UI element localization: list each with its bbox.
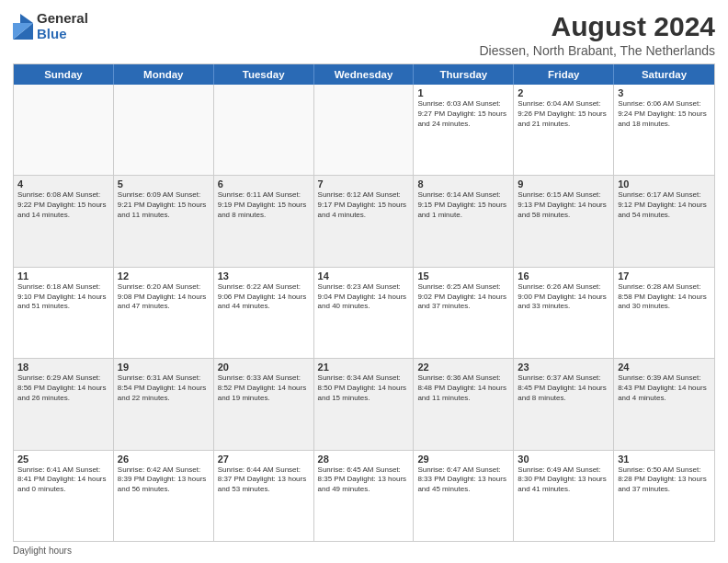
calendar-cell: 26Sunrise: 6:42 AM Sunset: 8:39 PM Dayli… [114,451,214,541]
logo-blue: Blue [37,26,67,41]
calendar-cell: 24Sunrise: 6:39 AM Sunset: 8:43 PM Dayli… [614,359,714,449]
calendar-cell: 23Sunrise: 6:37 AM Sunset: 8:45 PM Dayli… [514,359,614,449]
calendar-cell: 28Sunrise: 6:45 AM Sunset: 8:35 PM Dayli… [314,451,415,541]
calendar-cell: 17Sunrise: 6:28 AM Sunset: 8:58 PM Dayli… [614,268,714,358]
cell-info: Sunrise: 6:34 AM Sunset: 8:50 PM Dayligh… [318,373,410,403]
day-number: 12 [118,270,210,282]
calendar-cell: 2Sunrise: 6:04 AM Sunset: 9:26 PM Daylig… [514,85,614,175]
day-number: 22 [417,362,509,373]
calendar-week-4: 18Sunrise: 6:29 AM Sunset: 8:56 PM Dayli… [14,359,714,450]
calendar-cell: 13Sunrise: 6:22 AM Sunset: 9:06 PM Dayli… [214,268,314,358]
cell-info: Sunrise: 6:15 AM Sunset: 9:13 PM Dayligh… [518,190,609,220]
cell-info: Sunrise: 6:20 AM Sunset: 9:08 PM Dayligh… [118,282,210,312]
cell-info: Sunrise: 6:04 AM Sunset: 9:26 PM Dayligh… [518,99,609,129]
day-number: 26 [118,454,210,465]
calendar-cell: 6Sunrise: 6:11 AM Sunset: 9:19 PM Daylig… [214,176,314,266]
footer-note: Daylight hours [13,546,715,556]
day-header-tuesday: Tuesday [214,64,314,85]
cell-info: Sunrise: 6:36 AM Sunset: 8:48 PM Dayligh… [417,373,509,403]
calendar-cell: 31Sunrise: 6:50 AM Sunset: 8:28 PM Dayli… [614,451,714,541]
calendar-week-3: 11Sunrise: 6:18 AM Sunset: 9:10 PM Dayli… [14,268,714,359]
cell-info: Sunrise: 6:11 AM Sunset: 9:19 PM Dayligh… [218,190,310,220]
calendar-cell: 10Sunrise: 6:17 AM Sunset: 9:12 PM Dayli… [614,176,714,266]
cell-info: Sunrise: 6:26 AM Sunset: 9:00 PM Dayligh… [518,282,609,312]
day-header-saturday: Saturday [614,64,714,85]
day-number: 1 [417,87,509,98]
calendar-cell: 16Sunrise: 6:26 AM Sunset: 9:00 PM Dayli… [514,268,614,358]
calendar-cell: 21Sunrise: 6:34 AM Sunset: 8:50 PM Dayli… [314,359,415,449]
cell-info: Sunrise: 6:28 AM Sunset: 8:58 PM Dayligh… [618,282,711,312]
calendar-cell: 5Sunrise: 6:09 AM Sunset: 9:21 PM Daylig… [114,176,214,266]
calendar-week-5: 25Sunrise: 6:41 AM Sunset: 8:41 PM Dayli… [14,451,714,541]
day-number: 20 [218,362,310,373]
calendar-cell: 27Sunrise: 6:44 AM Sunset: 8:37 PM Dayli… [214,451,314,541]
page: General Blue August 2024 Diessen, North … [0,0,728,563]
calendar-cell: 12Sunrise: 6:20 AM Sunset: 9:08 PM Dayli… [114,268,214,358]
cell-info: Sunrise: 6:47 AM Sunset: 8:33 PM Dayligh… [417,465,509,495]
cell-info: Sunrise: 6:14 AM Sunset: 9:15 PM Dayligh… [417,190,509,220]
cell-info: Sunrise: 6:08 AM Sunset: 9:22 PM Dayligh… [17,190,109,220]
day-number: 11 [17,270,109,282]
title-block: August 2024 Diessen, North Brabant, The … [479,11,715,58]
calendar-cell: 25Sunrise: 6:41 AM Sunset: 8:41 PM Dayli… [14,451,114,541]
day-number: 27 [218,454,310,465]
calendar-cell: 9Sunrise: 6:15 AM Sunset: 9:13 PM Daylig… [514,176,614,266]
day-number: 28 [318,454,410,465]
day-number: 19 [118,362,210,373]
calendar-body: 1Sunrise: 6:03 AM Sunset: 9:27 PM Daylig… [14,85,714,541]
calendar-cell: 18Sunrise: 6:29 AM Sunset: 8:56 PM Dayli… [14,359,114,449]
cell-info: Sunrise: 6:39 AM Sunset: 8:43 PM Dayligh… [618,373,711,403]
calendar-cell [214,85,314,175]
calendar-cell: 29Sunrise: 6:47 AM Sunset: 8:33 PM Dayli… [414,451,514,541]
day-number: 15 [417,270,509,282]
cell-info: Sunrise: 6:18 AM Sunset: 9:10 PM Dayligh… [17,282,109,312]
cell-info: Sunrise: 6:09 AM Sunset: 9:21 PM Dayligh… [118,190,210,220]
logo-text: General Blue [37,11,88,41]
day-number: 30 [518,454,609,465]
cell-info: Sunrise: 6:22 AM Sunset: 9:06 PM Dayligh… [218,282,310,312]
cell-info: Sunrise: 6:23 AM Sunset: 9:04 PM Dayligh… [318,282,410,312]
cell-info: Sunrise: 6:29 AM Sunset: 8:56 PM Dayligh… [17,373,109,403]
calendar-cell [314,85,415,175]
cell-info: Sunrise: 6:44 AM Sunset: 8:37 PM Dayligh… [218,465,310,495]
logo-general: General [37,10,88,26]
day-number: 23 [518,362,609,373]
day-number: 6 [218,178,310,190]
calendar-cell [14,85,114,175]
calendar-cell: 3Sunrise: 6:06 AM Sunset: 9:24 PM Daylig… [614,85,714,175]
calendar-cell: 8Sunrise: 6:14 AM Sunset: 9:15 PM Daylig… [414,176,514,266]
calendar-week-2: 4Sunrise: 6:08 AM Sunset: 9:22 PM Daylig… [14,176,714,267]
cell-info: Sunrise: 6:03 AM Sunset: 9:27 PM Dayligh… [417,99,509,129]
day-number: 4 [17,178,109,190]
calendar-week-1: 1Sunrise: 6:03 AM Sunset: 9:27 PM Daylig… [14,85,714,176]
calendar-cell: 11Sunrise: 6:18 AM Sunset: 9:10 PM Dayli… [14,268,114,358]
day-number: 10 [618,178,711,190]
day-number: 16 [518,270,609,282]
calendar-cell: 1Sunrise: 6:03 AM Sunset: 9:27 PM Daylig… [414,85,514,175]
day-number: 8 [417,178,509,190]
calendar-header: SundayMondayTuesdayWednesdayThursdayFrid… [14,64,714,85]
logo: General Blue [13,11,88,41]
cell-info: Sunrise: 6:17 AM Sunset: 9:12 PM Dayligh… [618,190,711,220]
day-number: 9 [518,178,609,190]
cell-info: Sunrise: 6:25 AM Sunset: 9:02 PM Dayligh… [417,282,509,312]
cell-info: Sunrise: 6:49 AM Sunset: 8:30 PM Dayligh… [518,465,609,495]
calendar-cell: 4Sunrise: 6:08 AM Sunset: 9:22 PM Daylig… [14,176,114,266]
calendar-cell: 7Sunrise: 6:12 AM Sunset: 9:17 PM Daylig… [314,176,415,266]
day-header-monday: Monday [114,64,214,85]
svg-marker-2 [20,14,33,23]
day-number: 3 [618,87,711,98]
day-header-sunday: Sunday [14,64,114,85]
calendar-cell [114,85,214,175]
day-header-wednesday: Wednesday [314,64,415,85]
cell-info: Sunrise: 6:41 AM Sunset: 8:41 PM Dayligh… [17,465,109,495]
header: General Blue August 2024 Diessen, North … [13,11,715,58]
day-number: 13 [218,270,310,282]
calendar-cell: 14Sunrise: 6:23 AM Sunset: 9:04 PM Dayli… [314,268,415,358]
day-number: 5 [118,178,210,190]
day-number: 29 [417,454,509,465]
calendar-cell: 19Sunrise: 6:31 AM Sunset: 8:54 PM Dayli… [114,359,214,449]
cell-info: Sunrise: 6:50 AM Sunset: 8:28 PM Dayligh… [618,465,711,495]
day-number: 18 [17,362,109,373]
calendar-cell: 22Sunrise: 6:36 AM Sunset: 8:48 PM Dayli… [414,359,514,449]
